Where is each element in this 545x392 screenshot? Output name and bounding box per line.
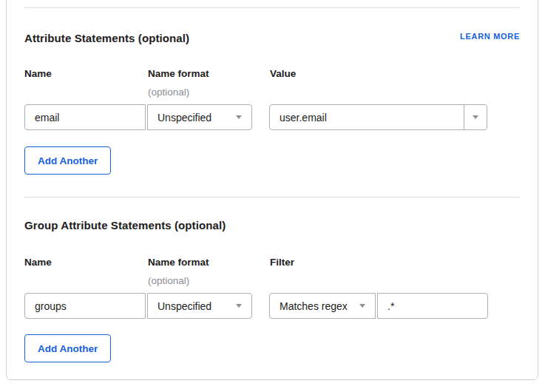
group-name-format-selected: Unspecified [158, 300, 211, 312]
attribute-statements-heading: Attribute Statements (optional) [24, 32, 189, 44]
add-another-attribute-button[interactable]: Add Another [24, 146, 111, 175]
column-header-name: Name [24, 68, 52, 79]
section-divider [24, 197, 520, 197]
add-another-group-attribute-button[interactable]: Add Another [24, 334, 111, 362]
column-header-filter: Filter [270, 257, 294, 268]
column-header-value: Value [270, 68, 296, 79]
saml-settings-panel: Attribute Statements (optional) LEARN MO… [0, 0, 545, 392]
name-format-optional-note: (optional) [148, 275, 189, 286]
group-name-format-select[interactable]: Unspecified [147, 293, 252, 319]
column-header-name-format: Name format [148, 257, 209, 268]
column-header-name: Name [24, 257, 52, 268]
group-attribute-name-field-wrap [24, 293, 146, 319]
section-divider [24, 7, 520, 8]
attribute-value-combo [269, 104, 487, 130]
attribute-name-format-select[interactable]: Unspecified [147, 104, 252, 130]
chevron-down-icon [473, 115, 478, 119]
group-filter-value-input[interactable] [378, 294, 487, 318]
settings-card [6, 0, 538, 380]
group-filter-value-field-wrap [377, 293, 488, 319]
group-attribute-name-input[interactable] [25, 294, 145, 318]
chevron-down-icon [236, 115, 242, 119]
chevron-down-icon [359, 304, 365, 308]
attribute-name-field-wrap [24, 104, 146, 130]
group-attribute-statements-heading: Group Attribute Statements (optional) [24, 219, 226, 232]
attribute-value-input[interactable] [270, 105, 464, 129]
learn-more-link[interactable]: LEARN MORE [460, 32, 520, 41]
column-header-name-format: Name format [148, 68, 209, 79]
attribute-name-input[interactable] [25, 105, 145, 129]
name-format-optional-note: (optional) [148, 87, 189, 98]
attribute-name-format-selected: Unspecified [158, 112, 211, 124]
attribute-value-dropdown-toggle[interactable] [464, 105, 487, 129]
group-filter-type-selected: Matches regex [280, 300, 348, 312]
group-filter-type-select[interactable]: Matches regex [269, 293, 376, 319]
chevron-down-icon [236, 304, 242, 308]
